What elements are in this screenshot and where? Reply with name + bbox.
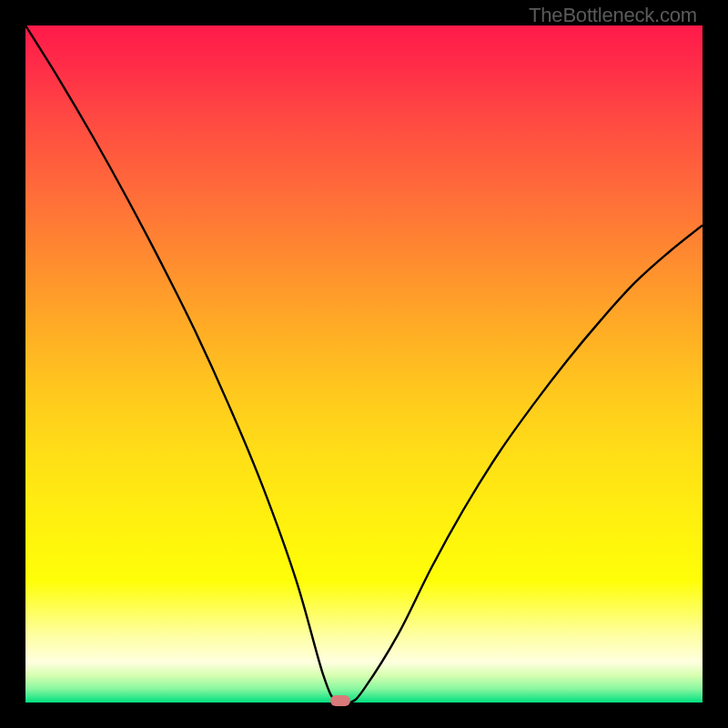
plot-area bbox=[25, 25, 703, 703]
attribution-text: TheBottleneck.com bbox=[529, 4, 697, 27]
bottleneck-curve bbox=[25, 25, 703, 703]
optimum-marker bbox=[330, 695, 350, 706]
chart-frame bbox=[25, 25, 703, 703]
curve-path bbox=[25, 25, 703, 703]
